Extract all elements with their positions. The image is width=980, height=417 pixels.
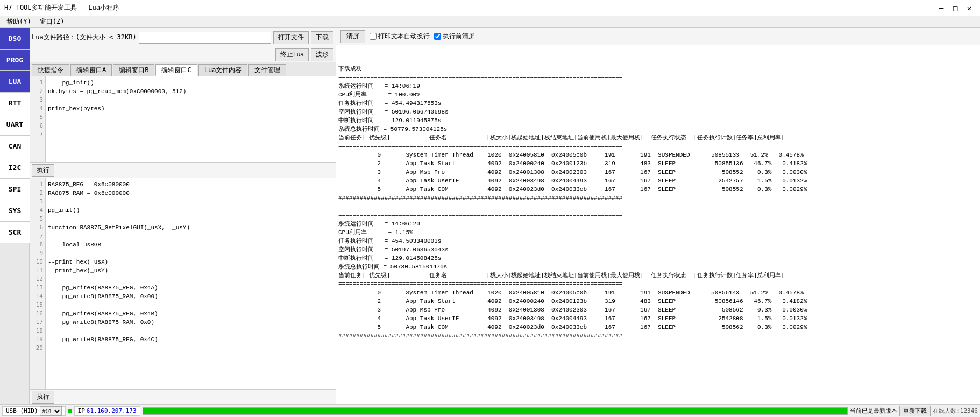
window-controls: ─ □ ✕ (935, 3, 976, 13)
editor-top: 1234567 pg_init() ok,bytes = pg_read_mem… (30, 76, 336, 162)
editor-area: 1234567 pg_init() ok,bytes = pg_read_mem… (30, 76, 336, 404)
device-select[interactable]: #01 (40, 406, 62, 416)
tab-file-manager[interactable]: 文件管理 (248, 64, 286, 76)
open-file-button[interactable]: 打开文件 (273, 31, 309, 44)
progress-bar-container (143, 407, 848, 415)
ip-value: 61.160.207.173 (87, 407, 137, 414)
lua-toolbar2: 终止Lua 波形 (30, 47, 336, 62)
sidebar-item-scr[interactable]: SCR (0, 222, 30, 243)
main-area: DSO PROG LUA RTT UART CAN I2C SPI SYS SC… (0, 28, 980, 404)
app-title: H7-TOOL多功能开发工具 - Lua小程序 (4, 3, 119, 12)
stop-lua-button[interactable]: 终止Lua (275, 48, 309, 61)
close-button[interactable]: ✕ (963, 3, 976, 13)
progress-bar (143, 408, 848, 414)
exec-clear-label[interactable]: 执行前清屏 (434, 32, 475, 41)
tab-editor-b[interactable]: 编辑窗口B (113, 64, 154, 76)
code-textarea-bottom[interactable]: RA8875_REG = 0x6c080000 RA8875_RAM = 0x6… (46, 178, 336, 389)
exec-clear-checkbox[interactable] (434, 33, 441, 40)
right-panel: 清屏 打印文本自动换行 执行前清屏 下载成功 =================… (336, 28, 980, 404)
output-area[interactable]: 下载成功 ===================================… (336, 45, 980, 404)
minimize-button[interactable]: ─ (935, 3, 948, 13)
version-status-text: 当前已是最新版本 (850, 407, 897, 415)
center-panel: Lua文件路径：(文件大小 < 32KB) 打开文件 下载 终止Lua 波形 快… (30, 28, 336, 404)
tab-editor-a[interactable]: 编辑窗口A (70, 64, 112, 76)
exec-top-button[interactable]: 执行 (32, 164, 54, 177)
print-auto-wrap-label[interactable]: 打印文本自动换行 (370, 32, 430, 41)
exec-row-bottom: 执行 (30, 389, 336, 404)
update-button[interactable]: 重新下载 (899, 406, 931, 416)
tab-editor-c[interactable]: 编辑窗口C (155, 64, 197, 76)
waveform-button[interactable]: 波形 (311, 48, 333, 61)
sidebar-item-dso[interactable]: DSO (0, 28, 30, 50)
tab-lua-content[interactable]: Lua文件内容 (198, 64, 248, 76)
editor-bottom: 1234567891011121314151617181920 RA8875_R… (30, 178, 336, 389)
path-label: Lua文件路径：(文件大小 < 32KB) (32, 33, 137, 42)
tab-bar: 快捷指令 编辑窗口A 编辑窗口B 编辑窗口C Lua文件内容 文件管理 (30, 62, 336, 76)
print-auto-wrap-text: 打印文本自动换行 (378, 32, 430, 41)
window-menu[interactable]: 窗口(Z) (35, 16, 69, 27)
sidebar-item-lua[interactable]: LUA (0, 71, 30, 93)
usb-info: USB (HID) #01 (2, 406, 66, 416)
line-numbers-bottom: 1234567891011121314151617181920 (30, 178, 46, 389)
download-button[interactable]: 下载 (311, 31, 333, 44)
ip-label: IP (78, 407, 85, 414)
code-textarea-top[interactable]: pg_init() ok,bytes = pg_read_mem(0xC0000… (46, 76, 336, 162)
exec-clear-text: 执行前清屏 (443, 32, 475, 41)
statusbar: USB (HID) #01 IP 61.160.207.173 当前已是最新版本… (0, 404, 980, 417)
usb-label: USB (HID) (6, 407, 38, 414)
line-numbers-top: 1234567 (30, 76, 46, 162)
lua-path-input[interactable] (139, 32, 271, 44)
sidebar-item-uart[interactable]: UART (0, 114, 30, 136)
extra-status: 在线人数:12346 (933, 407, 978, 415)
output-content: 下载成功 ===================================… (338, 65, 978, 340)
code-editor-bottom: 1234567891011121314151617181920 RA8875_R… (30, 178, 336, 389)
titlebar: H7-TOOL多功能开发工具 - Lua小程序 ─ □ ✕ (0, 0, 980, 16)
sidebar-item-prog[interactable]: PROG (0, 50, 30, 71)
ip-info: IP 61.160.207.173 (74, 406, 140, 416)
connection-status-dot (68, 409, 72, 413)
print-auto-wrap-checkbox[interactable] (370, 33, 377, 40)
sidebar-item-rtt[interactable]: RTT (0, 93, 30, 114)
sidebar-item-can[interactable]: CAN (0, 136, 30, 157)
menubar: 帮助(Y) 窗口(Z) (0, 16, 980, 28)
exec-row-top: 执行 (30, 162, 336, 178)
right-toolbar: 清屏 打印文本自动换行 执行前清屏 (336, 28, 980, 45)
clear-screen-button[interactable]: 清屏 (340, 30, 365, 43)
lua-toolbar: Lua文件路径：(文件大小 < 32KB) 打开文件 下载 (30, 28, 336, 47)
sidebar-item-spi[interactable]: SPI (0, 179, 30, 200)
sidebar-item-i2c[interactable]: I2C (0, 157, 30, 179)
exec-bottom-button[interactable]: 执行 (32, 391, 54, 404)
code-editor-top: 1234567 pg_init() ok,bytes = pg_read_mem… (30, 76, 336, 162)
help-menu[interactable]: 帮助(Y) (2, 16, 35, 27)
sidebar-item-sys[interactable]: SYS (0, 200, 30, 222)
maximize-button[interactable]: □ (949, 3, 962, 13)
tab-quick-cmd[interactable]: 快捷指令 (32, 64, 69, 76)
sidebar: DSO PROG LUA RTT UART CAN I2C SPI SYS SC… (0, 28, 30, 404)
